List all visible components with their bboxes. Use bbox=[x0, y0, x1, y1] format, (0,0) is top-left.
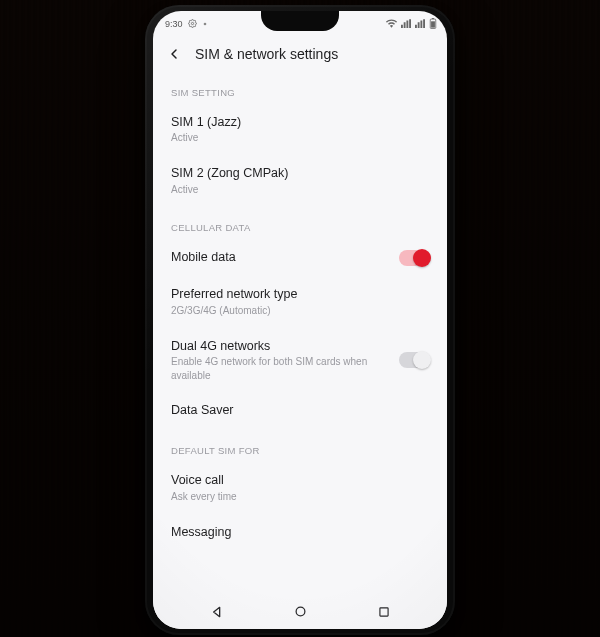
voice-call-title: Voice call bbox=[171, 472, 429, 489]
status-time: 9:30 bbox=[165, 19, 183, 29]
display-notch bbox=[261, 11, 339, 31]
section-label-cellular: CELLULAR DATA bbox=[153, 206, 447, 239]
preferred-network-title: Preferred network type bbox=[171, 286, 429, 303]
status-left: 9:30 bbox=[165, 19, 208, 29]
nav-recent-button[interactable] bbox=[364, 597, 404, 627]
circle-icon bbox=[293, 604, 308, 619]
nav-home-button[interactable] bbox=[280, 597, 320, 627]
sim2-status: Active bbox=[171, 183, 429, 197]
battery-icon bbox=[429, 18, 437, 29]
data-saver-title: Data Saver bbox=[171, 402, 429, 419]
back-button[interactable] bbox=[163, 43, 185, 65]
preferred-network-item[interactable]: Preferred network type 2G/3G/4G (Automat… bbox=[153, 276, 447, 327]
data-saver-item[interactable]: Data Saver bbox=[153, 392, 447, 429]
voice-call-item[interactable]: Voice call Ask every time bbox=[153, 462, 447, 513]
sim1-item[interactable]: SIM 1 (Jazz) Active bbox=[153, 104, 447, 155]
preferred-network-sub: 2G/3G/4G (Automatic) bbox=[171, 304, 429, 318]
section-label-default-sim: DEFAULT SIM FOR bbox=[153, 429, 447, 462]
page-header: SIM & network settings bbox=[153, 35, 447, 71]
svg-point-0 bbox=[191, 22, 193, 24]
square-icon bbox=[377, 605, 391, 619]
messaging-title: Messaging bbox=[171, 524, 429, 541]
section-label-sim-setting: SIM SETTING bbox=[153, 71, 447, 104]
signal-icon bbox=[415, 19, 425, 28]
dual-4g-toggle[interactable] bbox=[399, 352, 429, 368]
svg-rect-6 bbox=[379, 607, 387, 615]
sim1-status: Active bbox=[171, 131, 429, 145]
notification-dot-icon bbox=[202, 21, 208, 27]
mobile-data-title: Mobile data bbox=[171, 249, 389, 266]
svg-rect-4 bbox=[431, 21, 435, 27]
svg-rect-3 bbox=[432, 18, 434, 19]
navigation-bar bbox=[153, 595, 447, 629]
mobile-data-toggle[interactable] bbox=[399, 250, 429, 266]
mobile-data-item[interactable]: Mobile data bbox=[153, 239, 447, 276]
status-right bbox=[386, 18, 437, 29]
svg-point-5 bbox=[296, 607, 305, 616]
messaging-item[interactable]: Messaging bbox=[153, 514, 447, 581]
phone-screen: 9:30 bbox=[153, 11, 447, 629]
photo-background: 9:30 bbox=[0, 0, 600, 637]
triangle-left-icon bbox=[209, 604, 225, 620]
dual-4g-item[interactable]: Dual 4G networks Enable 4G network for b… bbox=[153, 328, 447, 393]
gear-icon bbox=[188, 19, 197, 28]
svg-point-1 bbox=[203, 22, 206, 25]
sim1-title: SIM 1 (Jazz) bbox=[171, 114, 429, 131]
dual-4g-sub: Enable 4G network for both SIM cards whe… bbox=[171, 355, 389, 382]
wifi-icon bbox=[386, 19, 397, 28]
voice-call-sub: Ask every time bbox=[171, 490, 429, 504]
nav-back-button[interactable] bbox=[197, 597, 237, 627]
chevron-left-icon bbox=[166, 46, 182, 62]
dual-4g-title: Dual 4G networks bbox=[171, 338, 389, 355]
sim2-item[interactable]: SIM 2 (Zong CMPak) Active bbox=[153, 155, 447, 206]
settings-list: SIM SETTING SIM 1 (Jazz) Active SIM 2 (Z… bbox=[153, 71, 447, 581]
page-title: SIM & network settings bbox=[195, 46, 338, 62]
phone-body: 9:30 bbox=[145, 5, 455, 635]
signal-icon bbox=[401, 19, 411, 28]
sim2-title: SIM 2 (Zong CMPak) bbox=[171, 165, 429, 182]
